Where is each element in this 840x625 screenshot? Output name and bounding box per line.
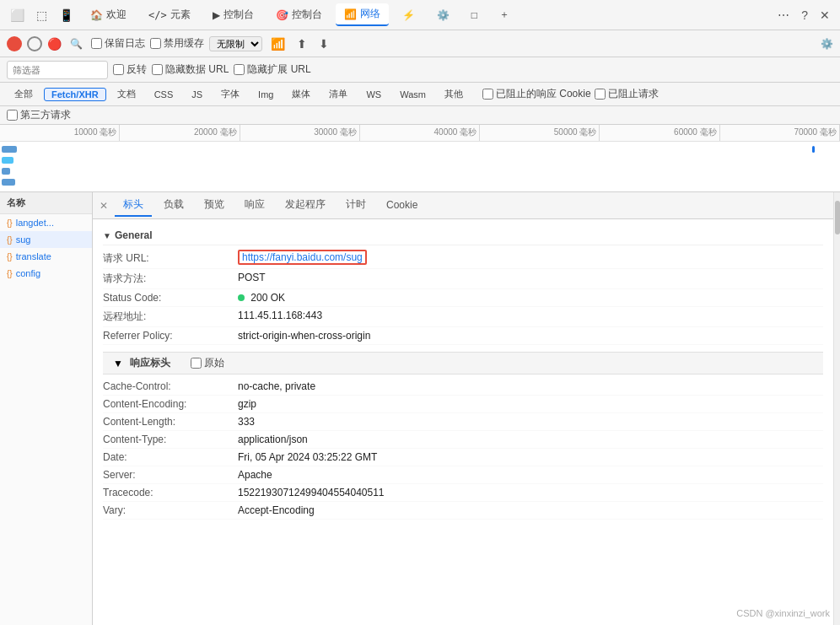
tick-5: 50000 毫秒 <box>480 125 600 141</box>
resp-header-value-6: 15221930712499404554040511 <box>238 487 823 498</box>
response-header-row: Content-Type:application/json <box>103 431 823 449</box>
tab-headers[interactable]: 标头 <box>115 194 152 217</box>
type-font[interactable]: 字体 <box>213 86 247 102</box>
download-icon[interactable]: ⬇ <box>315 35 332 52</box>
hide-extension-url-checkbox[interactable] <box>234 64 245 75</box>
type-manifest[interactable]: 清单 <box>321 86 355 102</box>
pointer-icon[interactable]: ⬜ <box>7 7 28 24</box>
wifi-icon[interactable]: 📶 <box>267 35 288 52</box>
settings-icon[interactable]: ⚙️ <box>821 38 833 50</box>
sug-icon: {} <box>7 235 13 245</box>
second-toolbar: 🔴 🔍 保留日志 禁用缓存 无限制 📶 ⬆ ⬇ ⚙️ <box>0 30 840 57</box>
third-party-checkbox[interactable] <box>7 110 18 121</box>
request-url-key: 请求 URL: <box>103 251 238 266</box>
request-url-value[interactable]: https://fanyi.baidu.com/sug <box>238 251 823 266</box>
referrer-policy-key: Referrer Policy: <box>103 330 238 342</box>
upload-icon[interactable]: ⬆ <box>293 35 310 52</box>
tab-preview[interactable]: 预览 <box>196 194 233 217</box>
remote-address-value: 111.45.11.168:443 <box>238 310 823 324</box>
help-icon[interactable]: ? <box>798 7 811 24</box>
left-item-translate[interactable]: {} translate <box>0 248 92 265</box>
scrollbar-thumb[interactable] <box>835 201 840 234</box>
blocked-request-label[interactable]: 已阻止请求 <box>595 87 659 101</box>
record-button[interactable] <box>7 36 22 51</box>
add-tab-icon: ＋ <box>499 8 509 22</box>
more-icon[interactable]: ⋯ <box>774 7 793 24</box>
tab-application[interactable]: □ <box>463 6 486 24</box>
clear-button[interactable] <box>27 36 42 51</box>
blocked-request-checkbox[interactable] <box>595 89 606 100</box>
blocked-cookie-checkbox[interactable] <box>482 89 493 100</box>
resp-header-value-4: Fri, 05 Apr 2024 03:25:22 GMT <box>238 451 823 463</box>
type-ws[interactable]: WS <box>358 88 389 101</box>
throttle-select[interactable]: 无限制 <box>209 36 262 51</box>
tick-1: 10000 毫秒 <box>0 125 120 141</box>
type-media[interactable]: 媒体 <box>284 86 318 102</box>
tick-3: 30000 毫秒 <box>240 125 360 141</box>
tab-performance[interactable]: ⚡ <box>394 6 423 24</box>
preserve-log-label[interactable]: 保留日志 <box>91 36 145 51</box>
disable-cache-label[interactable]: 禁用缓存 <box>150 36 204 51</box>
resp-header-key-4: Date: <box>103 451 238 463</box>
reverse-label[interactable]: 反转 <box>113 62 147 77</box>
type-css[interactable]: CSS <box>147 88 181 101</box>
third-party-label[interactable]: 第三方请求 <box>7 108 71 122</box>
scrollbar[interactable] <box>833 192 840 625</box>
watermark: CSDN @xinxinzi_work <box>736 608 830 618</box>
type-all[interactable]: 全部 <box>7 86 40 102</box>
tabs-bar: ✕ 标头 负载 预览 响应 发起程序 计时 Cookie <box>93 192 833 219</box>
tab-cookie[interactable]: Cookie <box>378 196 426 216</box>
tab-close-button[interactable]: ✕ <box>100 200 108 212</box>
type-other[interactable]: 其他 <box>437 86 471 102</box>
type-js[interactable]: JS <box>184 88 210 101</box>
preserve-log-checkbox[interactable] <box>91 38 102 49</box>
tick-2: 20000 毫秒 <box>120 125 240 141</box>
type-wasm[interactable]: Wasm <box>392 88 433 101</box>
raw-checkbox[interactable] <box>191 358 202 369</box>
type-img[interactable]: Img <box>250 88 281 101</box>
timeline-bar-right <box>812 146 815 153</box>
left-item-config[interactable]: {} config <box>0 265 92 282</box>
type-doc[interactable]: 文档 <box>110 86 143 102</box>
tab-new[interactable]: ＋ <box>491 4 518 25</box>
tab-response[interactable]: 响应 <box>236 194 273 217</box>
tab-network[interactable]: 📶 网络 <box>336 3 389 26</box>
tab-timing[interactable]: 计时 <box>337 194 374 217</box>
left-item-langdet[interactable]: {} langdet... <box>0 214 92 231</box>
elements-icon: </> <box>148 9 167 21</box>
right-panel: ✕ 标头 负载 预览 响应 发起程序 计时 Cookie ▼ General 请… <box>93 192 833 625</box>
network-icon: 📶 <box>344 8 357 20</box>
resp-header-key-5: Server: <box>103 469 238 481</box>
blocked-cookie-label[interactable]: 已阻止的响应 Cookie <box>482 87 591 101</box>
response-header-row: Content-Length:333 <box>103 413 823 431</box>
triangle-icon: ▼ <box>103 231 111 240</box>
performance-icon: ⚡ <box>402 9 415 21</box>
mobile-icon[interactable]: 📱 <box>56 7 77 24</box>
search-button[interactable]: 🔍 <box>67 36 86 51</box>
hide-extension-url-label[interactable]: 隐藏扩展 URL <box>234 62 310 77</box>
disable-cache-checkbox[interactable] <box>150 38 161 49</box>
config-icon: {} <box>7 269 13 278</box>
translate-icon: {} <box>7 252 13 261</box>
tab-payload[interactable]: 负载 <box>155 194 192 217</box>
inspect-icon[interactable]: ⬚ <box>33 7 51 24</box>
langdet-label: langdet... <box>16 218 54 228</box>
tab-console[interactable]: ▶ 控制台 <box>204 4 262 25</box>
translate-label: translate <box>16 251 51 261</box>
tab-initiator[interactable]: 发起程序 <box>277 194 334 217</box>
filter-input[interactable] <box>7 61 108 79</box>
close-icon[interactable]: ✕ <box>816 7 833 24</box>
tab-elements[interactable]: </> 元素 <box>140 4 199 25</box>
raw-label[interactable]: 原始 <box>191 356 224 370</box>
tab-welcome[interactable]: 🏠 欢迎 <box>82 4 135 25</box>
hide-data-url-checkbox[interactable] <box>152 64 163 75</box>
hide-data-url-label[interactable]: 隐藏数据 URL <box>152 62 229 77</box>
tab-sources[interactable]: 🎯 控制台 <box>267 4 331 25</box>
tab-memory[interactable]: ⚙️ <box>428 6 458 24</box>
reverse-checkbox[interactable] <box>113 64 124 75</box>
remote-address-row: 远程地址: 111.45.11.168:443 <box>103 307 823 327</box>
left-item-sug[interactable]: {} sug <box>0 231 92 248</box>
type-fetch-xhr[interactable]: Fetch/XHR <box>44 88 106 101</box>
status-code-value: 200 OK <box>238 292 823 304</box>
tick-7: 70000 毫秒 <box>720 125 840 141</box>
